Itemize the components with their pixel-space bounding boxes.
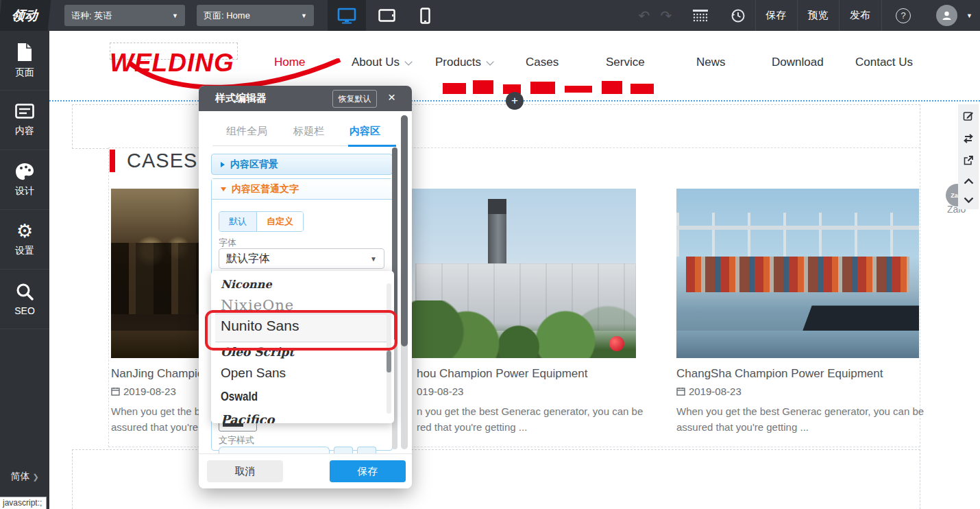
editor-app: WELDING Home About Us Products Cases Ser… bbox=[0, 0, 980, 509]
chevron-down-icon[interactable]: ▼ bbox=[966, 12, 972, 19]
grid-layout-icon[interactable] bbox=[689, 0, 712, 31]
case2-excerpt-line1: n you get the best Generac generator, yo… bbox=[417, 405, 643, 417]
palette-icon bbox=[15, 163, 34, 180]
font-field-label: 字体 bbox=[219, 237, 236, 249]
chevron-down-icon bbox=[404, 58, 412, 65]
font-option-nunito-sans[interactable]: Nunito Sans bbox=[221, 318, 299, 334]
nav-about-us[interactable]: About Us bbox=[352, 56, 410, 69]
site-canvas: WELDING Home About Us Products Cases Ser… bbox=[49, 31, 980, 509]
nav-news[interactable]: News bbox=[696, 56, 726, 69]
calendar-icon bbox=[676, 387, 685, 396]
user-avatar[interactable] bbox=[936, 5, 957, 26]
case1-excerpt-line2: assured that you're bbox=[111, 421, 198, 433]
clipped-red-heading bbox=[440, 79, 666, 98]
preview-button[interactable]: 预览 bbox=[797, 0, 839, 31]
nav-contact-us[interactable]: Contact Us bbox=[855, 56, 913, 69]
nav-cases[interactable]: Cases bbox=[526, 56, 559, 69]
edit-icon[interactable] bbox=[963, 110, 974, 121]
case3-image bbox=[676, 189, 919, 358]
app-logo[interactable]: 领动 bbox=[0, 0, 51, 31]
triangle-down-icon bbox=[221, 187, 226, 191]
case2-title[interactable]: hou Champion Power Equipment bbox=[417, 367, 587, 381]
redo-icon[interactable]: ↷ bbox=[656, 0, 676, 31]
history-icon[interactable] bbox=[726, 0, 750, 31]
language-switch[interactable]: 简体❯ bbox=[0, 471, 49, 483]
tab-component-global[interactable]: 组件全局 bbox=[226, 125, 267, 138]
move-down-icon[interactable] bbox=[964, 197, 974, 203]
mode-toggle: 默认 自定义 bbox=[219, 211, 304, 232]
accordion-content-background[interactable]: 内容区背景 bbox=[211, 154, 393, 175]
external-link-icon[interactable] bbox=[963, 155, 974, 166]
person-icon bbox=[941, 10, 953, 21]
undo-icon[interactable]: ↶ bbox=[634, 0, 654, 31]
site-logo[interactable]: WELDING bbox=[110, 49, 234, 78]
swap-icon[interactable] bbox=[963, 134, 974, 143]
font-option-oleo-script[interactable]: Oleo Script bbox=[221, 345, 294, 359]
cases-title-accent bbox=[110, 150, 115, 172]
status-link-hint: javascript:; bbox=[0, 497, 47, 509]
case3-title[interactable]: ChangSha Champion Power Equipment bbox=[676, 367, 883, 381]
font-option-open-sans[interactable]: Open Sans bbox=[221, 366, 286, 381]
nav-download[interactable]: Download bbox=[772, 56, 824, 69]
modal-title: 样式编辑器 bbox=[215, 92, 267, 105]
cancel-button[interactable]: 取消 bbox=[207, 460, 283, 482]
font-option-pacifico[interactable]: Pacifico bbox=[221, 412, 275, 423]
font-select[interactable]: 默认字体 ▼ bbox=[219, 248, 384, 269]
page-icon bbox=[16, 43, 33, 62]
device-desktop-button[interactable] bbox=[328, 0, 366, 31]
case-card-3[interactable]: ChangSha Champion Power Equipment 2019-0… bbox=[676, 189, 919, 446]
cases-section-title: CASES bbox=[127, 150, 197, 172]
sidebar-item-content[interactable]: 内容 bbox=[0, 91, 49, 150]
close-icon[interactable]: × bbox=[388, 90, 395, 105]
tab-title-bar[interactable]: 标题栏 bbox=[293, 125, 324, 138]
save-style-button[interactable]: 保存 bbox=[330, 460, 406, 482]
case-card-2[interactable]: hou Champion Power Equipment 019-08-23 n… bbox=[401, 189, 636, 446]
chevron-right-icon: ❯ bbox=[32, 473, 38, 481]
nav-service[interactable]: Service bbox=[606, 56, 645, 69]
sidebar-item-seo[interactable]: SEO bbox=[0, 270, 49, 329]
publish-button[interactable]: 发布 bbox=[839, 0, 881, 31]
font-option-oswald[interactable]: Oswald bbox=[221, 389, 258, 404]
chevron-down-icon: ▼ bbox=[370, 255, 377, 263]
page-dropdown[interactable]: 页面: Home▼ bbox=[197, 5, 314, 26]
device-mobile-button[interactable] bbox=[406, 0, 444, 31]
tab-content-area[interactable]: 内容区 bbox=[350, 125, 380, 138]
modal-header: 样式编辑器 恢复默认 × bbox=[199, 86, 412, 111]
language-dropdown[interactable]: 语种: 英语▼ bbox=[64, 5, 185, 26]
modal-scrollbar-outer[interactable] bbox=[401, 115, 408, 449]
font-option-niconne[interactable]: Niconne bbox=[221, 278, 272, 291]
case2-image bbox=[401, 189, 636, 358]
sidebar-item-design[interactable]: 设计 bbox=[0, 150, 49, 210]
help-icon[interactable]: ? bbox=[894, 0, 912, 31]
chevron-down-icon: ▼ bbox=[172, 12, 178, 19]
add-section-button[interactable]: + bbox=[506, 92, 524, 110]
chevron-down-icon: ▼ bbox=[301, 12, 307, 19]
mode-default-button[interactable]: 默认 bbox=[219, 212, 257, 231]
accordion-content-text-header[interactable]: 内容区普通文字 bbox=[212, 179, 392, 200]
active-tab-underline bbox=[348, 145, 396, 147]
chevron-down-icon bbox=[487, 58, 494, 65]
left-sidebar: 页面 内容 设计 ⚙ 设置 SEO 简体❯ 白昼 bbox=[0, 31, 49, 509]
case1-date: 2019-08-23 bbox=[111, 386, 176, 397]
reset-default-button[interactable]: 恢复默认 bbox=[332, 90, 377, 108]
case1-excerpt-line1: When you get the be bbox=[111, 405, 206, 417]
case1-title[interactable]: NanJing Champio bbox=[111, 367, 204, 381]
case3-excerpt-line2: assured that you're getting ... bbox=[676, 421, 809, 433]
move-up-icon[interactable] bbox=[964, 178, 974, 185]
sidebar-item-pages[interactable]: 页面 bbox=[0, 31, 49, 91]
save-button[interactable]: 保存 bbox=[755, 0, 797, 31]
sidebar-item-settings[interactable]: ⚙ 设置 bbox=[0, 210, 49, 270]
calendar-icon bbox=[111, 387, 120, 396]
mode-custom-button[interactable]: 自定义 bbox=[257, 212, 303, 231]
device-tablet-button[interactable] bbox=[367, 0, 406, 31]
search-icon bbox=[16, 283, 34, 300]
font-option-nixieone[interactable]: NixieOne bbox=[221, 297, 294, 313]
case2-date: 019-08-23 bbox=[417, 386, 463, 397]
font-dropdown-scrollbar[interactable] bbox=[387, 283, 391, 414]
gear-icon: ⚙ bbox=[16, 222, 33, 240]
nav-products[interactable]: Products bbox=[435, 56, 491, 69]
font-dropdown-list: Niconne NixieOne Nunito Sans Oleo Script… bbox=[211, 271, 394, 423]
triangle-right-icon bbox=[221, 162, 225, 167]
case3-excerpt-line1: When you get the best Generac generator,… bbox=[676, 405, 924, 417]
red-marker-icon bbox=[609, 336, 624, 351]
